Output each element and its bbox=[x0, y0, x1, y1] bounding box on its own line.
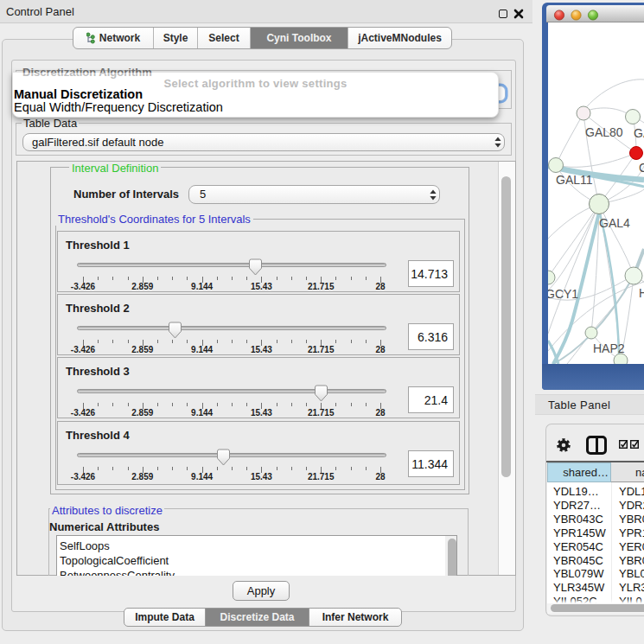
svg-text:GAL80: GAL80 bbox=[585, 125, 623, 139]
svg-text:GA: GA bbox=[634, 126, 644, 140]
svg-text:GAL4: GAL4 bbox=[599, 216, 630, 230]
svg-text:H: H bbox=[639, 286, 644, 300]
svg-text:HAP2: HAP2 bbox=[593, 341, 625, 355]
svg-text:C: C bbox=[639, 161, 644, 175]
svg-text:GCY1: GCY1 bbox=[548, 287, 578, 301]
svg-text:GAL11: GAL11 bbox=[556, 173, 593, 187]
